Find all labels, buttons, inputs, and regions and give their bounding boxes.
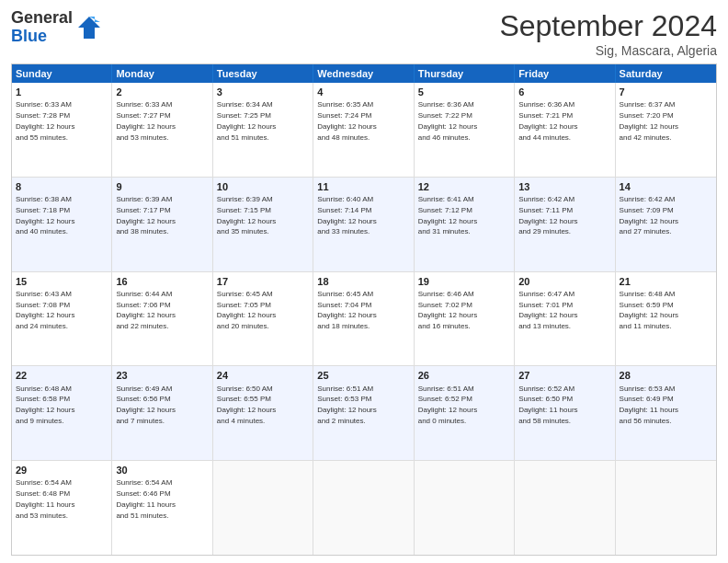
- header-day-saturday: Saturday: [616, 64, 716, 83]
- header-day-thursday: Thursday: [415, 64, 515, 83]
- calendar-cell: 21Sunrise: 6:48 AM Sunset: 6:59 PM Dayli…: [616, 272, 716, 366]
- calendar-cell: 15Sunrise: 6:43 AM Sunset: 7:08 PM Dayli…: [12, 272, 112, 366]
- day-number: 10: [217, 180, 309, 193]
- calendar-cell: 13Sunrise: 6:42 AM Sunset: 7:11 PM Dayli…: [515, 178, 615, 271]
- cell-info: Sunrise: 6:35 AM Sunset: 7:24 PM Dayligh…: [317, 100, 376, 141]
- page: General Blue September 2024 Sig, Mascara…: [0, 0, 728, 563]
- calendar-cell: 20Sunrise: 6:47 AM Sunset: 7:01 PM Dayli…: [515, 272, 615, 366]
- cell-info: Sunrise: 6:37 AM Sunset: 7:20 PM Dayligh…: [620, 100, 678, 141]
- calendar-cell: [213, 461, 313, 555]
- calendar-cell: 6Sunrise: 6:36 AM Sunset: 7:21 PM Daylig…: [515, 83, 615, 177]
- calendar-row: 29Sunrise: 6:54 AM Sunset: 6:48 PM Dayli…: [12, 461, 716, 555]
- month-title: September 2024: [499, 9, 717, 43]
- cell-info: Sunrise: 6:41 AM Sunset: 7:12 PM Dayligh…: [418, 195, 477, 236]
- day-number: 22: [16, 369, 108, 382]
- calendar-cell: 10Sunrise: 6:39 AM Sunset: 7:15 PM Dayli…: [213, 178, 313, 271]
- cell-info: Sunrise: 6:46 AM Sunset: 7:02 PM Dayligh…: [418, 290, 477, 330]
- cell-info: Sunrise: 6:48 AM Sunset: 6:59 PM Dayligh…: [620, 290, 678, 330]
- cell-info: Sunrise: 6:34 AM Sunset: 7:25 PM Dayligh…: [217, 100, 276, 141]
- cell-info: Sunrise: 6:36 AM Sunset: 7:21 PM Dayligh…: [518, 100, 577, 141]
- day-number: 3: [217, 86, 309, 98]
- calendar-cell: 19Sunrise: 6:46 AM Sunset: 7:02 PM Dayli…: [415, 272, 515, 366]
- header-day-sunday: Sunday: [12, 64, 112, 83]
- calendar-cell: 4Sunrise: 6:35 AM Sunset: 7:24 PM Daylig…: [313, 83, 414, 177]
- day-number: 6: [518, 86, 610, 98]
- cell-info: Sunrise: 6:42 AM Sunset: 7:09 PM Dayligh…: [620, 195, 678, 236]
- day-number: 9: [116, 180, 208, 193]
- cell-info: Sunrise: 6:33 AM Sunset: 7:27 PM Dayligh…: [116, 100, 175, 141]
- cell-info: Sunrise: 6:40 AM Sunset: 7:14 PM Dayligh…: [317, 195, 376, 236]
- calendar-cell: 5Sunrise: 6:36 AM Sunset: 7:22 PM Daylig…: [415, 83, 515, 177]
- day-number: 24: [217, 369, 309, 382]
- calendar-cell: 2Sunrise: 6:33 AM Sunset: 7:27 PM Daylig…: [112, 83, 212, 177]
- day-number: 29: [16, 464, 108, 477]
- header-day-wednesday: Wednesday: [313, 64, 414, 83]
- day-number: 1: [16, 86, 108, 98]
- day-number: 17: [217, 275, 309, 288]
- calendar-cell: 8Sunrise: 6:38 AM Sunset: 7:18 PM Daylig…: [12, 178, 112, 271]
- title-block: September 2024 Sig, Mascara, Algeria: [499, 9, 717, 58]
- calendar: SundayMondayTuesdayWednesdayThursdayFrid…: [11, 63, 717, 556]
- calendar-cell: 17Sunrise: 6:45 AM Sunset: 7:05 PM Dayli…: [213, 272, 313, 366]
- day-number: 21: [620, 275, 712, 288]
- logo-icon: [76, 15, 102, 40]
- cell-info: Sunrise: 6:45 AM Sunset: 7:05 PM Dayligh…: [217, 290, 276, 330]
- cell-info: Sunrise: 6:44 AM Sunset: 7:06 PM Dayligh…: [116, 290, 175, 330]
- cell-info: Sunrise: 6:39 AM Sunset: 7:15 PM Dayligh…: [217, 195, 276, 236]
- calendar-cell: 29Sunrise: 6:54 AM Sunset: 6:48 PM Dayli…: [12, 461, 112, 555]
- day-number: 14: [620, 180, 712, 193]
- calendar-cell: 12Sunrise: 6:41 AM Sunset: 7:12 PM Dayli…: [415, 178, 515, 271]
- cell-info: Sunrise: 6:54 AM Sunset: 6:48 PM Dayligh…: [16, 478, 74, 519]
- calendar-row: 8Sunrise: 6:38 AM Sunset: 7:18 PM Daylig…: [12, 178, 716, 272]
- calendar-cell: 14Sunrise: 6:42 AM Sunset: 7:09 PM Dayli…: [616, 178, 716, 271]
- cell-info: Sunrise: 6:53 AM Sunset: 6:49 PM Dayligh…: [620, 385, 678, 425]
- day-number: 26: [418, 369, 510, 382]
- calendar-cell: 18Sunrise: 6:45 AM Sunset: 7:04 PM Dayli…: [313, 272, 414, 366]
- calendar-cell: 9Sunrise: 6:39 AM Sunset: 7:17 PM Daylig…: [112, 178, 212, 271]
- cell-info: Sunrise: 6:51 AM Sunset: 6:52 PM Dayligh…: [418, 385, 477, 425]
- calendar-row: 1Sunrise: 6:33 AM Sunset: 7:28 PM Daylig…: [12, 83, 716, 178]
- cell-info: Sunrise: 6:38 AM Sunset: 7:18 PM Dayligh…: [16, 195, 74, 236]
- calendar-cell: [515, 461, 615, 555]
- calendar-cell: 28Sunrise: 6:53 AM Sunset: 6:49 PM Dayli…: [616, 366, 716, 460]
- day-number: 15: [16, 275, 108, 288]
- cell-info: Sunrise: 6:42 AM Sunset: 7:11 PM Dayligh…: [518, 195, 577, 236]
- cell-info: Sunrise: 6:47 AM Sunset: 7:01 PM Dayligh…: [518, 290, 577, 330]
- header-day-tuesday: Tuesday: [213, 64, 313, 83]
- cell-info: Sunrise: 6:36 AM Sunset: 7:22 PM Dayligh…: [418, 100, 477, 141]
- calendar-cell: 26Sunrise: 6:51 AM Sunset: 6:52 PM Dayli…: [415, 366, 515, 460]
- calendar-cell: 30Sunrise: 6:54 AM Sunset: 6:46 PM Dayli…: [112, 461, 212, 555]
- cell-info: Sunrise: 6:43 AM Sunset: 7:08 PM Dayligh…: [16, 290, 74, 330]
- calendar-cell: 23Sunrise: 6:49 AM Sunset: 6:56 PM Dayli…: [112, 366, 212, 460]
- cell-info: Sunrise: 6:33 AM Sunset: 7:28 PM Dayligh…: [16, 100, 74, 141]
- calendar-row: 15Sunrise: 6:43 AM Sunset: 7:08 PM Dayli…: [12, 272, 716, 367]
- calendar-body: 1Sunrise: 6:33 AM Sunset: 7:28 PM Daylig…: [12, 83, 716, 555]
- day-number: 28: [620, 369, 712, 382]
- calendar-cell: 3Sunrise: 6:34 AM Sunset: 7:25 PM Daylig…: [213, 83, 313, 177]
- calendar-cell: [415, 461, 515, 555]
- calendar-cell: 7Sunrise: 6:37 AM Sunset: 7:20 PM Daylig…: [616, 83, 716, 177]
- logo-text: General Blue: [11, 9, 73, 46]
- cell-info: Sunrise: 6:52 AM Sunset: 6:50 PM Dayligh…: [518, 385, 577, 425]
- cell-info: Sunrise: 6:49 AM Sunset: 6:56 PM Dayligh…: [116, 385, 175, 425]
- logo: General Blue: [11, 9, 102, 46]
- day-number: 11: [317, 180, 409, 193]
- header-day-monday: Monday: [112, 64, 212, 83]
- svg-marker-0: [78, 17, 100, 39]
- calendar-cell: [616, 461, 716, 555]
- calendar-cell: 22Sunrise: 6:48 AM Sunset: 6:58 PM Dayli…: [12, 366, 112, 460]
- day-number: 12: [418, 180, 510, 193]
- calendar-cell: 11Sunrise: 6:40 AM Sunset: 7:14 PM Dayli…: [313, 178, 414, 271]
- calendar-cell: 16Sunrise: 6:44 AM Sunset: 7:06 PM Dayli…: [112, 272, 212, 366]
- logo-general: General: [11, 9, 73, 28]
- day-number: 16: [116, 275, 208, 288]
- calendar-row: 22Sunrise: 6:48 AM Sunset: 6:58 PM Dayli…: [12, 366, 716, 461]
- day-number: 23: [116, 369, 208, 382]
- day-number: 30: [116, 464, 208, 477]
- cell-info: Sunrise: 6:39 AM Sunset: 7:17 PM Dayligh…: [116, 195, 175, 236]
- day-number: 7: [620, 86, 712, 98]
- day-number: 20: [518, 275, 610, 288]
- calendar-header: SundayMondayTuesdayWednesdayThursdayFrid…: [12, 64, 716, 83]
- calendar-cell: 25Sunrise: 6:51 AM Sunset: 6:53 PM Dayli…: [313, 366, 414, 460]
- cell-info: Sunrise: 6:45 AM Sunset: 7:04 PM Dayligh…: [317, 290, 376, 330]
